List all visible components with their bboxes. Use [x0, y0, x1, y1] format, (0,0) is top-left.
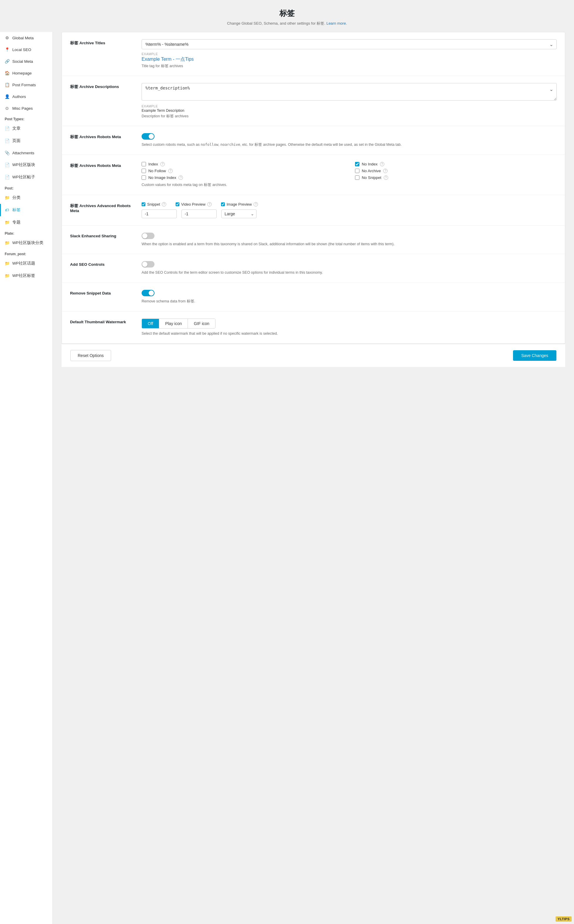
checkbox-no-image-index: No Image Index ?	[142, 175, 343, 180]
save-changes-button[interactable]: Save Changes	[513, 350, 557, 361]
sidebar-label-misc-pages: Misc Pages	[12, 106, 33, 111]
checkbox-no-follow-input[interactable]	[142, 169, 146, 173]
checkbox-no-image-index-label: No Image Index	[148, 175, 176, 180]
sidebar-item-misc-pages[interactable]: ⊙ Misc Pages	[0, 103, 52, 114]
doc-icon: 📄	[5, 126, 9, 131]
watermark-off-button[interactable]: Off	[142, 319, 159, 328]
image-size-select[interactable]: Large None Standard	[221, 209, 257, 218]
watermark-button-group: Off Play icon GIF icon	[142, 319, 216, 329]
watermark-gif-button[interactable]: GIF icon	[188, 319, 215, 328]
help-icon-no-follow: ?	[168, 169, 173, 173]
watermark-play-button[interactable]: Play icon	[159, 319, 188, 328]
toggle-knob-4	[149, 291, 154, 296]
snippet-checkbox-wrapper: Snippet ?	[142, 202, 166, 207]
snippet-label: Snippet	[147, 202, 160, 207]
user-icon: 👤	[5, 94, 9, 99]
folder-icon-5: 📁	[5, 273, 9, 278]
sidebar-item-local-seo[interactable]: 📍 Local SEO	[0, 44, 52, 55]
checkbox-no-archive-input[interactable]	[355, 169, 360, 173]
sidebar-item-topic[interactable]: 📁 专题	[0, 216, 52, 229]
home-icon: 🏠	[5, 71, 9, 76]
sidebar-item-global-meta[interactable]: ⚙ Global Meta	[0, 32, 52, 44]
archive-titles-select-wrapper: %term% - %sitename% ⌄	[142, 39, 557, 49]
brand-corner: YLTIPS	[555, 916, 572, 922]
slack-sharing-toggle[interactable]	[142, 232, 155, 239]
sidebar-label-wp-post: WP社区帖子	[12, 175, 35, 180]
archive-titles-select[interactable]: %term% - %sitename%	[142, 39, 557, 49]
sidebar-label-social-meta: Social Meta	[12, 59, 33, 64]
archives-robots-meta-toggle-wrapper	[142, 133, 557, 140]
sidebar-item-homepage[interactable]: 🏠 Homepage	[0, 67, 52, 79]
sidebar-item-tag[interactable]: 🏷 标签	[0, 204, 52, 216]
archives-robots-meta-toggle-label: 标签 Archives Robots Meta	[70, 133, 134, 140]
archives-robots-meta-desc: Select custom robots meta, such as nofol…	[142, 142, 557, 148]
sidebar-label-wp-block-cat: WP社区版块分类	[12, 240, 43, 245]
sidebar-label-yemian: 页面	[12, 138, 20, 144]
archive-descriptions-example-label: EXAMPLE	[142, 104, 557, 108]
post-types-label: Post Types:	[0, 114, 52, 122]
checkbox-index-input[interactable]	[142, 162, 146, 166]
thumbnail-watermark-row: Default Thumbnail Watermark Off Play ico…	[62, 311, 565, 343]
sidebar-item-wp-post[interactable]: 📄 WP社区帖子	[0, 171, 52, 183]
sidebar-item-category[interactable]: 📁 分类	[0, 191, 52, 204]
sidebar-item-attachments[interactable]: 📎 Attachments	[0, 147, 52, 159]
checkbox-no-index-input[interactable]	[355, 162, 360, 166]
archive-descriptions-example-value: Example Term Description	[142, 109, 557, 113]
sidebar-item-wenzhang[interactable]: 📄 文章	[0, 122, 52, 135]
reset-options-button[interactable]: Reset Options	[70, 350, 111, 361]
image-preview-checkbox-wrapper: Image Preview ?	[221, 202, 258, 207]
snippet-checkbox[interactable]	[142, 202, 145, 206]
robots-meta-checkboxes-content: Index ? No Index ? No Follow	[142, 162, 557, 188]
archives-robots-meta-toggle[interactable]	[142, 133, 155, 140]
sidebar-item-authors[interactable]: 👤 Authors	[0, 91, 52, 103]
folder-icon-3: 📁	[5, 240, 9, 245]
folder-icon-2: 📁	[5, 220, 9, 225]
sidebar-label-attachments: Attachments	[12, 151, 34, 155]
sidebar-item-forum-tag[interactable]: 📁 WP社区标签	[0, 270, 52, 282]
image-preview-checkbox[interactable]	[221, 202, 225, 206]
archive-titles-label: 标签 Archive Titles	[70, 39, 134, 46]
help-icon-no-image-index: ?	[178, 175, 183, 180]
advanced-robots-meta-label: 标签 Archives Advanced Robots Meta	[70, 202, 134, 213]
sidebar-label-topic: 专题	[12, 220, 20, 225]
sidebar-item-forum-topic[interactable]: 📁 WP社区话题	[0, 257, 52, 270]
toggle-knob	[149, 134, 154, 139]
video-value-input[interactable]	[181, 209, 217, 218]
gear-icon: ⚙	[5, 35, 9, 40]
sidebar-item-post-formats[interactable]: 📋 Post Formats	[0, 79, 52, 91]
checkbox-no-archive-label: No Archive	[362, 169, 381, 173]
folder-icon-4: 📁	[5, 261, 9, 266]
doc-icon-3: 📄	[5, 163, 9, 167]
help-icon-no-snippet: ?	[384, 175, 388, 180]
sidebar-label-wenzhang: 文章	[12, 126, 20, 131]
robots-grid: Index ? No Index ? No Follow	[142, 162, 557, 180]
robots-meta-checkboxes-desc: Custom values for robots meta tag on 标签 …	[142, 182, 557, 188]
doc-icon-2: 📄	[5, 139, 9, 143]
sidebar-item-wp-block-cat[interactable]: 📁 WP社区版块分类	[0, 237, 52, 249]
toggle-knob-2	[142, 233, 147, 239]
attach-icon: 📎	[5, 150, 9, 155]
folder-icon: 📁	[5, 195, 9, 200]
remove-snippet-content: Remove schema data from 标签.	[142, 290, 557, 304]
video-preview-checkbox[interactable]	[176, 202, 180, 206]
checkbox-no-image-index-input[interactable]	[142, 175, 146, 180]
snippet-value-input[interactable]	[142, 209, 177, 218]
seo-controls-label: Add SEO Controls	[70, 261, 134, 267]
learn-more-link[interactable]: Learn more	[326, 21, 345, 25]
sidebar-item-wp-block[interactable]: 📄 WP社区版块	[0, 159, 52, 171]
remove-snippet-toggle[interactable]	[142, 290, 155, 296]
seo-controls-toggle[interactable]	[142, 261, 155, 267]
sidebar-item-social-meta[interactable]: 🔗 Social Meta	[0, 55, 52, 67]
sidebar-item-yemian[interactable]: 📄 页面	[0, 135, 52, 147]
checkbox-no-snippet-label: No Snippet	[362, 175, 382, 180]
archives-robots-meta-toggle-content: Select custom robots meta, such as nofol…	[142, 133, 557, 148]
checkbox-index-label: Index	[148, 162, 158, 166]
remove-snippet-desc: Remove schema data from 标签.	[142, 299, 557, 304]
archive-descriptions-textarea[interactable]	[142, 83, 557, 101]
sidebar-label-forum-topic: WP社区话题	[12, 261, 35, 266]
list-icon: 📋	[5, 82, 9, 87]
seo-controls-desc: Add the SEO Controls for the term editor…	[142, 270, 557, 275]
doc-icon-4: 📄	[5, 175, 9, 180]
archive-descriptions-row: 标签 Archive Descriptions ⌄ EXAMPLE Exampl…	[62, 76, 565, 126]
checkbox-no-snippet-input[interactable]	[355, 175, 360, 180]
